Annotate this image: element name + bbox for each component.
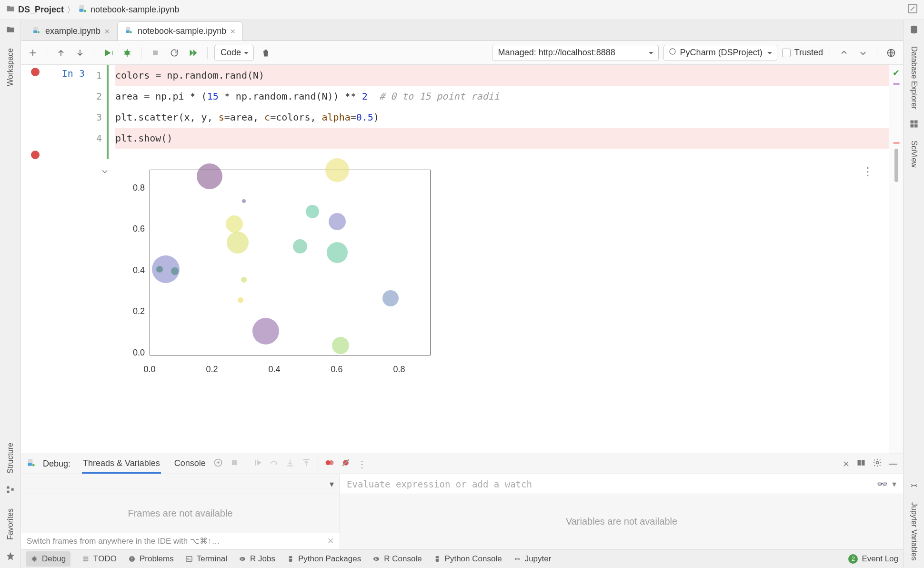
debug-tab-console[interactable]: Console — [173, 455, 207, 474]
cell-prompt: In 3 — [50, 65, 88, 159]
breakpoint-icon[interactable] — [31, 151, 40, 159]
structure-icon[interactable] — [6, 485, 15, 497]
debug-cell-button[interactable] — [120, 46, 134, 60]
run-all-button[interactable] — [186, 46, 201, 60]
interrupt-button[interactable] — [148, 46, 162, 60]
jupyter-variables-icon[interactable] — [909, 481, 919, 493]
right-tool-gutter: Database Explorer SciView Jupyter Variab… — [903, 20, 924, 568]
view-breakpoints-icon[interactable] — [325, 458, 334, 470]
notebook-file-icon — [32, 26, 41, 37]
cell-type-select[interactable]: Code — [214, 45, 254, 61]
scratch-edit-icon[interactable] — [907, 3, 918, 17]
jupyter-variables-tool[interactable]: Jupyter Variables — [910, 499, 918, 563]
marker[interactable] — [893, 142, 900, 144]
trusted-checkbox[interactable]: Trusted — [782, 48, 823, 58]
svg-rect-27 — [858, 460, 861, 466]
glasses-icon[interactable]: 👓 — [877, 479, 887, 489]
restart-kernel-button[interactable] — [167, 46, 181, 60]
delete-cell-button[interactable] — [259, 46, 273, 60]
more-icon[interactable]: ⋮ — [357, 458, 368, 470]
step-over-disabled-icon — [269, 458, 279, 470]
minimize-icon[interactable]: — — [889, 459, 897, 469]
move-cell-down-button[interactable] — [73, 46, 87, 60]
add-cell-button[interactable] — [26, 46, 40, 60]
evaluate-expression-input[interactable] — [347, 479, 872, 489]
frames-thread-select[interactable]: ▾ — [21, 474, 340, 494]
svg-rect-1 — [80, 9, 83, 12]
breakpoint-icon[interactable] — [31, 68, 40, 76]
tab-label: example.ipynb — [45, 26, 100, 36]
svg-point-19 — [32, 464, 35, 467]
status-python-packages[interactable]: Python Packages — [287, 554, 361, 564]
step-out-disabled-icon — [301, 458, 311, 470]
add-watch-icon[interactable] — [213, 458, 223, 470]
breadcrumb-project[interactable]: DS_Project — [6, 4, 64, 16]
mute-breakpoints-icon[interactable] — [341, 458, 351, 470]
breadcrumb-file-label: notebook-sample.ipynb — [90, 5, 179, 15]
svg-rect-8 — [33, 30, 37, 33]
jupyter-server-select[interactable]: Managed: http://localhost:8888 — [492, 45, 659, 61]
scatter-point — [293, 239, 307, 254]
scatter-point — [241, 277, 247, 283]
jupyter-server-label: Managed: http://localhost:8888 — [498, 48, 615, 58]
status-event-log[interactable]: 2 Event Log — [848, 554, 898, 564]
marker[interactable] — [893, 83, 900, 85]
database-explorer-tool[interactable]: Database Explorer — [910, 43, 918, 112]
workspace-tool[interactable]: Workspace — [6, 44, 15, 90]
status-r-console[interactable]: R R Console — [372, 554, 422, 564]
svg-rect-4 — [7, 487, 9, 489]
settings-gear-icon[interactable] — [873, 458, 882, 470]
collapse-output-icon[interactable] — [100, 167, 110, 375]
move-cell-up-button[interactable] — [54, 46, 68, 60]
project-folder-icon[interactable] — [6, 25, 15, 37]
close-tip-icon[interactable]: ✕ — [327, 536, 334, 546]
step-into-disabled-icon — [285, 458, 295, 470]
open-in-browser-button[interactable] — [884, 46, 898, 60]
svg-rect-6 — [11, 488, 13, 491]
debug-tab-threads[interactable]: Threads & Variables — [82, 455, 161, 474]
star-icon[interactable] — [6, 551, 15, 563]
favorites-tool[interactable]: Favorites — [6, 505, 15, 544]
x-tick: 0.8 — [393, 365, 405, 375]
tab-notebook-sample[interactable]: notebook-sample.ipynb ✕ — [117, 21, 243, 41]
status-rjobs[interactable]: R R Jobs — [239, 554, 275, 564]
close-icon[interactable]: ✕ — [104, 28, 110, 35]
notebook-file-icon — [78, 4, 88, 16]
status-python-console[interactable]: Python Console — [433, 554, 502, 564]
status-todo[interactable]: TODO — [82, 554, 117, 564]
layout-icon[interactable] — [856, 458, 866, 470]
next-cell-button[interactable] — [856, 46, 870, 60]
svg-rect-33 — [131, 560, 132, 560]
close-debug-icon[interactable]: ✕ — [843, 459, 850, 469]
status-problems[interactable]: Problems — [128, 554, 174, 564]
svg-rect-14 — [153, 51, 158, 55]
tab-example[interactable]: example.ipynb ✕ — [25, 21, 117, 41]
close-icon[interactable]: ✕ — [230, 28, 236, 35]
svg-point-24 — [329, 460, 333, 465]
structure-tool[interactable]: Structure — [6, 439, 15, 477]
status-jupyter[interactable]: Jupyter — [513, 554, 552, 564]
prev-cell-button[interactable] — [837, 46, 851, 60]
status-debug[interactable]: Debug — [26, 551, 70, 567]
breadcrumb-file[interactable]: notebook-sample.ipynb — [78, 4, 179, 16]
notebook-editor[interactable]: In 3 1 2 3 4 colors = np.random.rand(N) … — [21, 65, 889, 454]
database-icon[interactable] — [909, 25, 919, 37]
inspection-ok-icon[interactable]: ✔ — [893, 68, 900, 78]
svg-point-2 — [84, 10, 86, 12]
output-more-icon[interactable]: ⋮ — [862, 165, 874, 375]
status-terminal[interactable]: Terminal — [185, 554, 227, 564]
scatter-point — [329, 213, 346, 230]
run-cell-button[interactable]: I — [101, 46, 115, 60]
expand-input-icon[interactable]: ▾ — [892, 479, 896, 489]
scrollbar-thumb[interactable] — [894, 149, 898, 182]
interpreter-label: PyCharm (DSProject) — [680, 48, 763, 58]
sciview-icon[interactable] — [909, 119, 919, 131]
svg-point-9 — [38, 31, 40, 33]
code-editor[interactable]: colors = np.random.rand(N) area = np.pi … — [107, 65, 889, 159]
sciview-tool[interactable]: SciView — [910, 138, 918, 171]
svg-rect-22 — [255, 460, 256, 466]
status-bar: Debug TODO Problems Terminal R R Jobs Py… — [21, 549, 903, 568]
interpreter-select[interactable]: PyCharm (DSProject) — [663, 45, 777, 61]
x-tick: 0.2 — [206, 365, 218, 375]
svg-rect-42 — [910, 124, 914, 127]
